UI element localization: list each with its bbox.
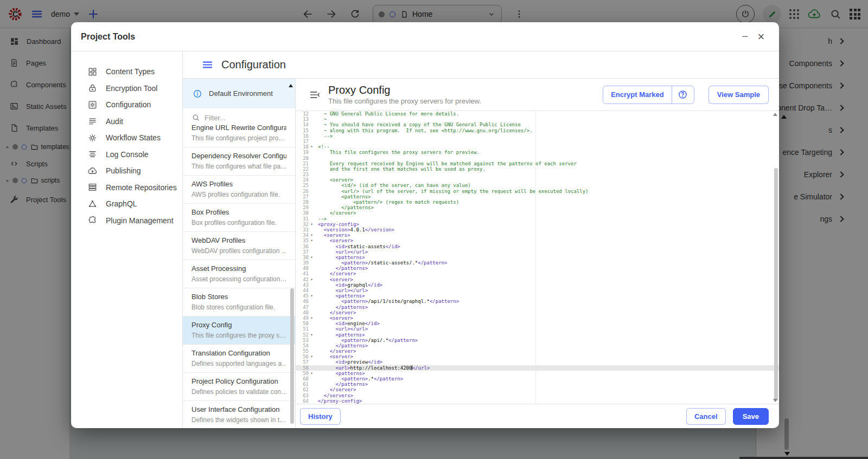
code-editor[interactable]: 12 ~ GNU General Public License for more…: [296, 111, 779, 404]
code-line-21[interactable]: 21 Every request received by Engine will…: [296, 161, 779, 166]
tools-menu-item-log-console[interactable]: Log Console: [71, 146, 182, 163]
code-line-45[interactable]: 45▾ <patterns>: [296, 293, 779, 299]
code-line-20[interactable]: 20: [296, 156, 779, 161]
fold-arrow-icon[interactable]: ▾: [309, 315, 315, 321]
close-icon[interactable]: ×: [753, 29, 769, 45]
code-line-22[interactable]: 22 and the first one that matches will b…: [296, 166, 779, 172]
fold-arrow-icon[interactable]: ▾: [309, 354, 315, 359]
cancel-button[interactable]: Cancel: [686, 408, 726, 425]
scrollbar-thumb[interactable]: [290, 288, 294, 424]
code-line-58[interactable]: 58 <url>http://localhost:4200</url>: [296, 365, 779, 371]
code-line-30[interactable]: 30 </server>: [296, 210, 779, 216]
config-file-item-user-interface-configuration[interactable]: User Interface ConfigurationDefines the …: [183, 400, 295, 428]
code-line-36[interactable]: 36 <id>static-assets</id>: [296, 244, 779, 249]
collapse-panel-icon[interactable]: [309, 89, 321, 101]
code-line-33[interactable]: 33 <version>4.0.1</version>: [296, 227, 779, 232]
filter-input[interactable]: [205, 114, 280, 122]
history-button[interactable]: History: [300, 408, 341, 425]
scroll-down-arrow-icon[interactable]: [773, 399, 777, 402]
code-line-37[interactable]: 37 <url></url>: [296, 249, 779, 255]
code-line-26[interactable]: 26 <url/> (url of the server, if missing…: [296, 189, 779, 194]
code-line-25[interactable]: 25 <id/> (id of the server, can have any…: [296, 183, 779, 188]
tools-menu-item-configuration[interactable]: Configuration: [71, 96, 182, 113]
config-file-item-blob-stores[interactable]: Blob StoresBlob stores configuration fil…: [183, 288, 295, 316]
fold-arrow-icon[interactable]: ▾: [309, 232, 315, 238]
code-line-34[interactable]: 34▾ <servers>: [296, 232, 779, 238]
code-line-49[interactable]: 49▾ <server>: [296, 315, 779, 321]
code-line-38[interactable]: 38▾ <patterns>: [296, 255, 779, 260]
configuration-menu-hamburger-icon[interactable]: [201, 59, 214, 71]
code-line-54[interactable]: 54 </patterns>: [296, 343, 779, 348]
tools-menu-item-graphql[interactable]: GraphQL: [71, 196, 182, 212]
code-line-13[interactable]: 13 ~: [296, 117, 779, 122]
encrypt-marked-button[interactable]: Encrypt Marked: [603, 86, 672, 104]
tools-menu-item-workflow-states[interactable]: Workflow States: [71, 130, 182, 146]
code-line-19[interactable]: 19 This file configures the proxy server…: [296, 150, 779, 155]
fold-arrow-icon[interactable]: ▾: [309, 222, 315, 227]
code-line-48[interactable]: 48 </server>: [296, 310, 779, 315]
code-line-32[interactable]: 32▾<proxy-config>: [296, 222, 779, 227]
code-line-40[interactable]: 40 </patterns>: [296, 266, 779, 271]
code-line-44[interactable]: 44 <url></url>: [296, 288, 779, 293]
tools-menu-item-audit[interactable]: Audit: [71, 113, 182, 130]
tools-menu-item-content-types[interactable]: Content Types: [71, 63, 182, 80]
code-line-29[interactable]: 29 </patterns>: [296, 205, 779, 210]
config-file-item-translation-configuration[interactable]: Translation ConfigurationDefines support…: [183, 344, 295, 372]
fold-arrow-icon[interactable]: ▾: [309, 371, 315, 376]
code-line-27[interactable]: 27 <patterns>: [296, 194, 779, 199]
config-file-item-engine-url-rewrite-configurat[interactable]: Engine URL Rewrite Configurat…This file …: [183, 119, 295, 147]
code-line-61[interactable]: 61 </patterns>: [296, 382, 779, 387]
fold-arrow-icon[interactable]: ▾: [309, 238, 315, 243]
code-line-52[interactable]: 52▾ <patterns>: [296, 332, 779, 338]
code-line-60[interactable]: 60 <pattern>.*</pattern>: [296, 376, 779, 382]
code-line-39[interactable]: 39 <pattern>/static-assets/.*</pattern>: [296, 260, 779, 266]
config-file-item-webdav-profiles[interactable]: WebDAV ProfilesWebDAV profiles configura…: [183, 231, 295, 260]
info-icon[interactable]: [193, 89, 202, 99]
code-line-64[interactable]: 64</proxy-config>: [296, 398, 779, 404]
fold-arrow-icon[interactable]: ▾: [309, 255, 315, 260]
code-line-35[interactable]: 35▾ <server>: [296, 238, 779, 243]
tools-menu-item-plugin-management[interactable]: Plugin Management: [71, 212, 182, 229]
code-line-63[interactable]: 63 </servers>: [296, 393, 779, 398]
code-line-28[interactable]: 28 <pattern/> (regex to match requests): [296, 199, 779, 205]
tools-menu-item-remote-repositories[interactable]: Remote Repositories: [71, 179, 182, 196]
help-icon[interactable]: [672, 86, 694, 104]
code-line-15[interactable]: 15 ~ along with this program. If not, se…: [296, 128, 779, 133]
code-line-50[interactable]: 50 <id>engine</id>: [296, 321, 779, 326]
code-line-31[interactable]: 31-->: [296, 216, 779, 222]
code-line-53[interactable]: 53 <pattern>/api/.*</pattern>: [296, 338, 779, 343]
fold-arrow-icon[interactable]: ▾: [309, 144, 315, 150]
save-button[interactable]: Save: [733, 408, 769, 425]
tools-menu-item-publishing[interactable]: Publishing: [71, 163, 182, 179]
code-line-56[interactable]: 56▾ <server>: [296, 354, 779, 359]
config-file-item-asset-processing[interactable]: Asset ProcessingAsset processing configu…: [183, 260, 295, 288]
code-line-46[interactable]: 46 <pattern>/api/1/site/graphql.*</patte…: [296, 299, 779, 304]
code-line-42[interactable]: 42▾ <server>: [296, 277, 779, 282]
config-file-item-box-profiles[interactable]: Box ProfilesBox profiles configuration f…: [183, 203, 295, 231]
code-line-24[interactable]: 24 <server>: [296, 177, 779, 183]
fold-arrow-icon[interactable]: ▾: [309, 332, 315, 338]
code-line-17[interactable]: 17: [296, 139, 779, 144]
code-line-51[interactable]: 51 <url></url>: [296, 326, 779, 332]
code-line-62[interactable]: 62 </server>: [296, 387, 779, 392]
code-line-47[interactable]: 47 </patterns>: [296, 305, 779, 310]
code-line-57[interactable]: 57 <id>preview</id>: [296, 359, 779, 365]
code-line-41[interactable]: 41 </server>: [296, 271, 779, 276]
code-line-14[interactable]: 14 ~ You should have received a copy of …: [296, 122, 779, 127]
code-line-23[interactable]: 23: [296, 172, 779, 177]
code-line-16[interactable]: 16 -->: [296, 133, 779, 139]
scrollbar-thumb[interactable]: [774, 168, 778, 401]
code-line-12[interactable]: 12 ~ GNU General Public License for more…: [296, 111, 779, 117]
config-file-item-proxy-config[interactable]: Proxy ConfigThis file configures the pro…: [183, 316, 295, 344]
scroll-up-arrow-icon[interactable]: [773, 113, 777, 116]
view-sample-button[interactable]: View Sample: [709, 86, 769, 104]
minimize-icon[interactable]: −: [737, 29, 753, 45]
code-line-55[interactable]: 55 </server>: [296, 348, 779, 354]
code-line-43[interactable]: 43 <id>graphql</id>: [296, 282, 779, 288]
tools-menu-item-encryption-tool[interactable]: Encryption Tool: [71, 80, 182, 97]
fold-arrow-icon[interactable]: ▾: [309, 277, 315, 282]
config-file-item-dependency-resolver-configur[interactable]: Dependency Resolver Configur…This file c…: [183, 147, 295, 175]
scroll-up-arrow-icon[interactable]: [289, 84, 293, 87]
code-line-18[interactable]: 18▾<!--: [296, 144, 779, 150]
config-file-item-aws-profiles[interactable]: AWS ProfilesAWS profiles configuration f…: [183, 175, 295, 203]
